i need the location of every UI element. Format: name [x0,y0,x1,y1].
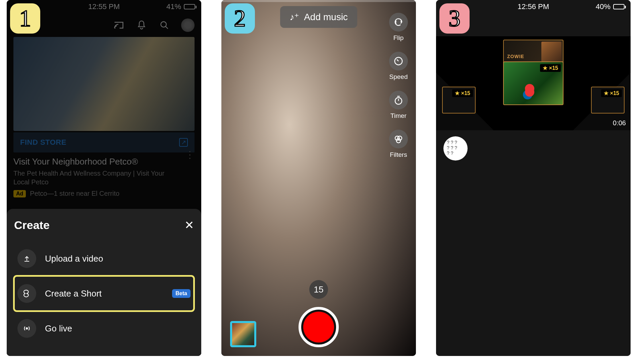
sheet-item-upload[interactable]: Upload a video [14,241,194,276]
record-button[interactable] [299,307,339,347]
tool-flip[interactable]: Flip [389,13,408,42]
close-icon[interactable]: ✕ [184,218,194,232]
star-badge: ★ ×15 [452,89,473,97]
tool-label: Filters [390,151,407,159]
sheet-item-label: Upload a video [45,254,191,264]
sheet-item-label: Create a Short [45,288,163,299]
add-music-label: Add music [304,12,348,22]
battery-icon [613,4,625,9]
add-music-button[interactable]: ♪⁺ Add music [280,6,357,28]
music-icon: ♪⁺ [289,11,299,22]
tool-timer[interactable]: Timer [389,91,408,120]
step-badge-1: 1 [10,3,40,34]
tool-speed[interactable]: Speed [389,52,408,81]
svg-point-1 [26,328,28,329]
create-sheet: Create ✕ Upload a video Create a Short B… [7,209,201,356]
tool-filters[interactable]: Filters [389,130,408,159]
star-badge: ★ ×15 [540,64,561,72]
preview-tile-center: ★ ×15 [503,61,564,105]
camera-viewfinder [221,0,416,356]
filters-icon [389,130,408,148]
channel-avatar [443,136,468,161]
sheet-item-short[interactable]: Create a Short Beta [14,276,194,311]
sheet-item-label: Go live [45,323,191,334]
screen-1: 12:55 PM 41% ube FIND STORE [7,0,201,356]
tool-label: Speed [389,73,408,81]
record-inner-icon [303,312,334,343]
statusbar-battery-pct: 40% [596,2,610,11]
camera-tools: Flip Speed Timer Filters [389,13,408,159]
preview-tile-left: ★ ×15 [442,87,476,114]
preview-tile-right: ★ ×15 [591,87,625,114]
beta-badge: Beta [172,289,191,298]
svg-point-6 [396,139,401,143]
screen-3: 12:56 PM 40% details UPLOAD ZOWIE ★ ×15 … [436,0,631,356]
duration-selector[interactable]: 15 [309,280,328,299]
speed-icon [389,52,408,71]
video-preview[interactable]: ZOWIE ★ ×15 ★ ×15 ★ ×15 0:06 [436,36,631,130]
step-badge-2: 2 [225,3,255,34]
streamer-thumb [541,42,561,62]
screen-2: ♪⁺ Add music Flip Speed Timer F [221,0,416,356]
video-duration: 0:06 [613,119,626,127]
flip-icon [389,13,408,32]
shorts-icon [17,284,36,303]
upload-icon [17,249,36,268]
preview-brand: ZOWIE [507,54,524,59]
timer-icon [389,91,408,109]
star-badge: ★ ×15 [601,89,622,97]
live-icon [17,319,36,338]
record-progress [221,0,416,2]
sheet-title: Create [14,219,50,232]
game-sprite [525,87,534,97]
sheet-item-live[interactable]: Go live [14,311,194,346]
step-badge-3: 3 [439,3,470,34]
tool-label: Timer [390,112,407,120]
tool-label: Flip [393,34,404,42]
statusbar-time: 12:56 PM [518,2,549,11]
